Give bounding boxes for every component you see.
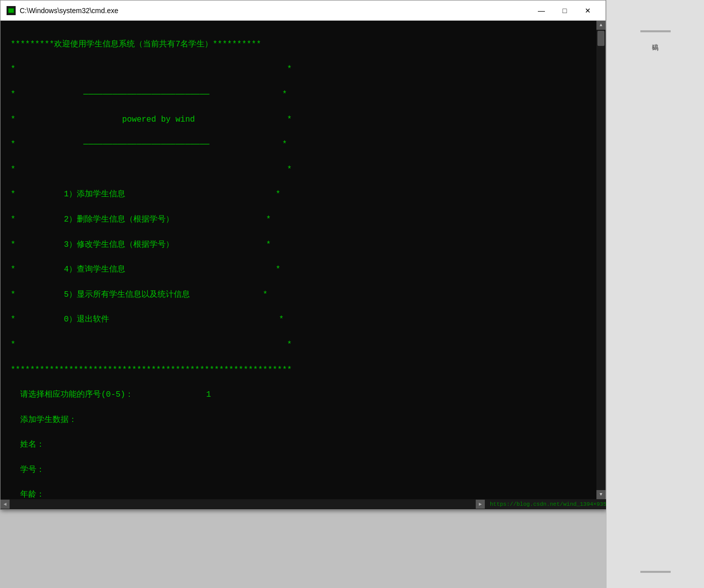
scroll-up-button[interactable]: ▲ [596,21,606,30]
panel-divider-bottom [640,571,671,573]
console-line-4: * powered by wind * [11,115,292,124]
scroll-left-button[interactable]: ◄ [1,500,10,509]
console-line-2: * * [11,65,292,74]
console-line-19: 年龄： [11,490,44,499]
console-line-1: *********欢迎使用学生信息系统（当前共有7名学生）********** [11,40,261,49]
console-line-8: * 2）删除学生信息（根据学号） * [11,215,271,224]
bottom-url: https://blog.csdn.net/wind_1394×935 [490,501,607,507]
cmd-icon [7,6,16,15]
right-side-panel: 猿码 [606,0,704,588]
right-panel-bottom [640,571,671,573]
console-line-7: * 1）添加学生信息 * [11,190,280,199]
vertical-scrollbar[interactable]: ▲ ▼ [596,21,606,499]
console-line-3: * —————————————————————————— * [11,90,287,99]
close-button[interactable]: ✕ [576,3,599,18]
cmd-window: C:\Windows\system32\cmd.exe — □ ✕ ******… [0,0,606,510]
h-scroll-track [10,500,476,509]
window-title: C:\Windows\system32\cmd.exe [20,7,530,15]
console-line-6: * * [11,165,292,174]
console-line-14: ****************************************… [11,365,292,375]
console-output: *********欢迎使用学生信息系统（当前共有7名学生）********** … [11,26,595,509]
console-line-10: * 4）查询学生信息 * [11,265,280,274]
window-controls: — □ ✕ [530,3,599,18]
maximize-button[interactable]: □ [553,3,576,18]
minimize-button[interactable]: — [530,3,553,18]
panel-label-1: 猿码 [651,38,660,40]
console-line-15: 请选择相应功能的序号(0-5)： 1 [11,390,211,399]
scroll-thumb[interactable] [597,31,605,46]
title-bar: C:\Windows\system32\cmd.exe — □ ✕ [1,1,606,21]
console-line-18: 学号： [11,465,44,474]
console-line-13: * * [11,340,292,349]
console-line-5: * —————————————————————————— * [11,140,287,149]
console-line-12: * 0）退出软件 * [11,315,284,324]
scroll-down-button[interactable]: ▼ [596,490,606,499]
console-line-9: * 3）修改学生信息（根据学号） * [11,240,271,249]
horizontal-scrollbar[interactable]: ◄ ► https://blog.csdn.net/wind_1394×935 [1,499,607,509]
right-panel-top: 猿码 [640,30,671,40]
console-area: *********欢迎使用学生信息系统（当前共有7名学生）********** … [1,21,606,509]
panel-divider-top [640,30,671,32]
scroll-track [596,30,606,490]
scroll-right-button[interactable]: ► [476,500,485,509]
console-line-11: * 5）显示所有学生信息以及统计信息 * [11,290,268,299]
console-line-17: 姓名： [11,440,44,449]
console-line-16: 添加学生数据： [11,415,77,424]
